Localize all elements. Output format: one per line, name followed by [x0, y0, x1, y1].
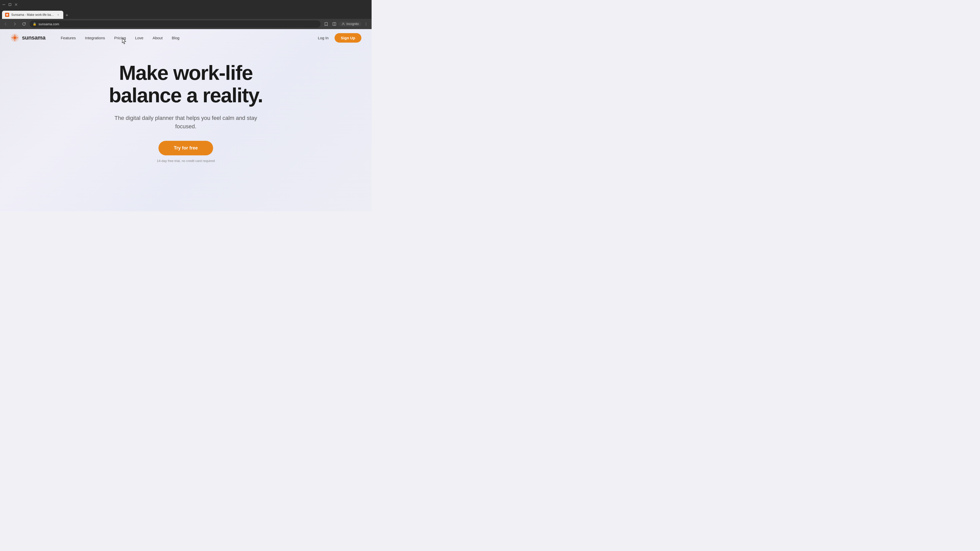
nav-link-love[interactable]: Love: [135, 36, 143, 40]
nav-link-about[interactable]: About: [153, 36, 162, 40]
svg-point-13: [14, 37, 16, 39]
title-bar: [0, 0, 372, 9]
forward-button[interactable]: [11, 21, 18, 27]
tab-close-button[interactable]: ×: [56, 13, 60, 17]
svg-point-4: [6, 14, 8, 16]
signup-button[interactable]: Sign Up: [334, 33, 361, 43]
svg-rect-1: [9, 3, 11, 6]
svg-point-10: [366, 25, 366, 25]
back-button[interactable]: [2, 21, 9, 27]
browser-chrome: Sunsama - Make work-life bala... × + 🔒 s…: [0, 0, 372, 29]
window-controls: [2, 3, 18, 6]
tab-favicon: [5, 13, 9, 17]
toolbar-right: Incognito: [323, 21, 369, 27]
close-button[interactable]: [14, 3, 18, 6]
url-text: sunsama.com: [38, 22, 318, 26]
lock-icon: 🔒: [33, 22, 37, 26]
bookmark-button[interactable]: [323, 21, 330, 27]
logo-icon: [10, 33, 19, 42]
hero-subtitle: The digital daily planner that helps you…: [115, 114, 257, 130]
hero-title-line2: balance a reality.: [109, 84, 263, 106]
new-tab-button[interactable]: +: [63, 12, 70, 19]
incognito-badge[interactable]: Incognito: [339, 22, 361, 26]
nav-link-integrations[interactable]: Integrations: [85, 36, 105, 40]
active-tab[interactable]: Sunsama - Make work-life bala... ×: [2, 11, 63, 19]
address-bar: 🔒 sunsama.com Incognito: [0, 19, 372, 29]
svg-point-9: [366, 24, 366, 24]
logo[interactable]: sunsama: [10, 33, 45, 42]
try-for-free-button[interactable]: Try for free: [159, 141, 213, 156]
split-view-button[interactable]: [331, 21, 338, 27]
svg-point-8: [366, 23, 366, 23]
url-box[interactable]: 🔒 sunsama.com: [30, 21, 321, 27]
hero-section: Make work-life balance a reality. The di…: [0, 46, 372, 173]
logo-text: sunsama: [22, 35, 45, 41]
tab-title: Sunsama - Make work-life bala...: [11, 13, 54, 17]
cta-note: 14-day free trial, no credit card requir…: [157, 159, 215, 163]
nav-link-blog[interactable]: Blog: [172, 36, 180, 40]
hero-title-line1: Make work-life: [119, 62, 252, 84]
more-button[interactable]: [363, 21, 369, 27]
refresh-button[interactable]: [21, 21, 27, 27]
nav-link-features[interactable]: Features: [61, 36, 76, 40]
website-content: sunsama Features Integrations Pricing Lo…: [0, 29, 372, 211]
minimize-button[interactable]: [2, 3, 6, 6]
nav-right: Log In Sign Up: [318, 33, 361, 43]
tab-bar: Sunsama - Make work-life bala... × +: [0, 9, 372, 19]
login-link[interactable]: Log In: [318, 36, 329, 40]
incognito-label: Incognito: [346, 22, 359, 26]
maximize-button[interactable]: [8, 3, 12, 6]
nav-link-pricing[interactable]: Pricing: [114, 36, 126, 40]
nav-links: Features Integrations Pricing Love About…: [61, 36, 318, 40]
main-nav: sunsama Features Integrations Pricing Lo…: [0, 29, 372, 46]
hero-title: Make work-life balance a reality.: [109, 62, 263, 106]
